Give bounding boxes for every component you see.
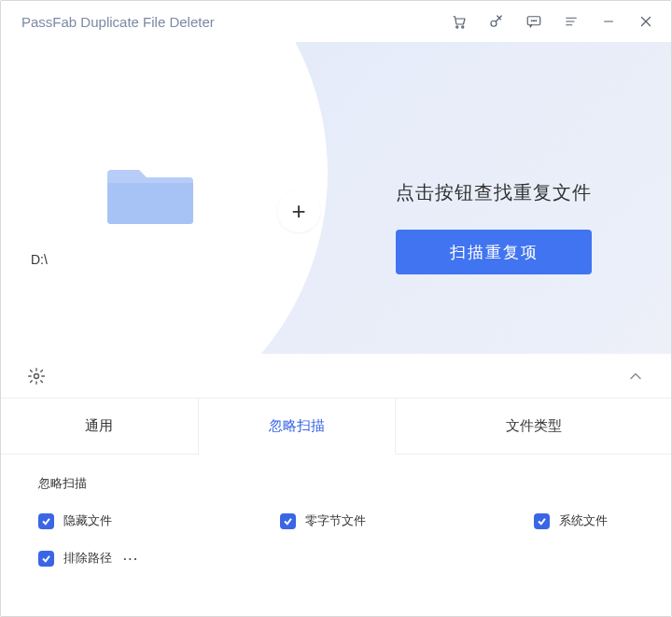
- cta-area: 点击按钮查找重复文件 扫描重复项: [372, 180, 615, 274]
- check-system-files[interactable]: 系统文件: [534, 512, 608, 529]
- checkbox-checked-icon: [280, 513, 296, 529]
- folder-icon: [107, 159, 193, 224]
- scan-button[interactable]: 扫描重复项: [396, 230, 592, 274]
- check-row-1: 隐藏文件 零字节文件 系统文件: [38, 512, 634, 529]
- tab-filetype[interactable]: 文件类型: [396, 399, 671, 455]
- app-title: PassFab Duplicate File Deleter: [21, 14, 215, 30]
- check-label: 排除路径: [63, 550, 112, 567]
- feedback-icon[interactable]: [525, 13, 542, 30]
- tab-ignore[interactable]: 忽略扫描: [199, 399, 397, 455]
- drive-label: D:\: [31, 252, 48, 267]
- checkbox-checked-icon: [534, 513, 550, 529]
- minimize-icon[interactable]: [600, 13, 617, 30]
- checkbox-checked-icon: [38, 551, 54, 567]
- add-folder-button[interactable]: +: [277, 189, 320, 232]
- cart-icon[interactable]: [451, 13, 468, 30]
- tabs: 通用 忽略扫描 文件类型: [1, 399, 671, 455]
- plus-icon: +: [291, 199, 305, 223]
- svg-point-4: [531, 21, 532, 21]
- checkbox-checked-icon: [38, 513, 54, 529]
- close-icon[interactable]: [637, 13, 654, 30]
- check-zero-byte[interactable]: 零字节文件: [280, 512, 366, 529]
- ignore-panel: 忽略扫描 隐藏文件 零字节文件 系统文件 排除路径 ···: [1, 455, 671, 608]
- check-label: 系统文件: [559, 512, 608, 529]
- svg-point-1: [462, 26, 464, 28]
- cta-text: 点击按钮查找重复文件: [396, 180, 592, 205]
- app-window: PassFab Duplicate File Deleter: [0, 0, 672, 617]
- titlebar-icons: [451, 13, 654, 30]
- svg-point-13: [35, 373, 39, 378]
- svg-point-6: [536, 21, 537, 21]
- svg-point-5: [534, 21, 535, 21]
- chevron-up-icon[interactable]: [626, 367, 645, 386]
- gear-icon[interactable]: [27, 367, 46, 386]
- tab-general[interactable]: 通用: [1, 399, 199, 455]
- check-hidden-files[interactable]: 隐藏文件: [38, 512, 112, 529]
- check-label: 零字节文件: [305, 512, 366, 529]
- selected-folder-area: D:\: [29, 159, 272, 267]
- menu-icon[interactable]: [563, 13, 580, 30]
- titlebar: PassFab Duplicate File Deleter: [1, 1, 671, 42]
- check-label: 隐藏文件: [63, 512, 112, 529]
- section-title: 忽略扫描: [38, 475, 634, 492]
- svg-point-0: [456, 26, 458, 28]
- key-icon[interactable]: [488, 13, 505, 30]
- check-row-2: 排除路径 ···: [38, 550, 634, 567]
- more-dots-icon[interactable]: ···: [123, 552, 139, 566]
- check-exclude-path[interactable]: 排除路径 ···: [38, 550, 139, 567]
- settings-bar: [1, 354, 671, 399]
- hero-area: D:\ + 点击按钮查找重复文件 扫描重复项: [1, 42, 671, 354]
